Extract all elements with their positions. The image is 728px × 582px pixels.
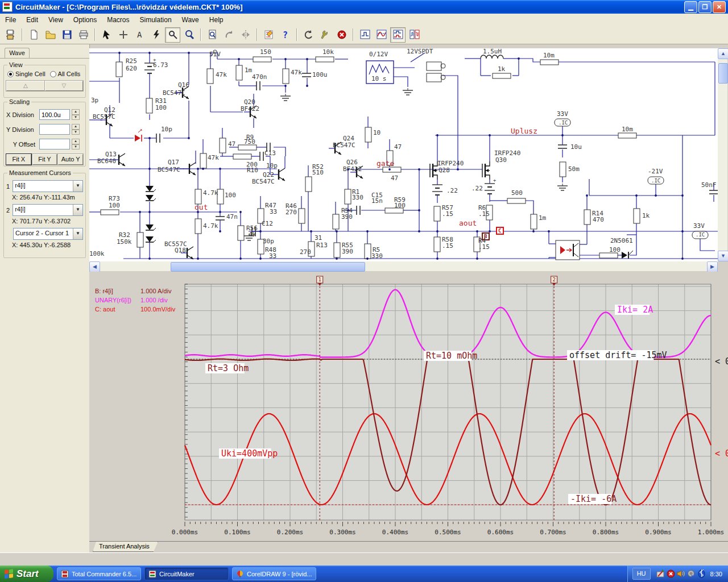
svg-text:-Iki= -6A: -Iki= -6A (570, 494, 617, 504)
horizontal-scroll-thumb[interactable] (171, 262, 365, 272)
bluetooth-icon[interactable] (697, 569, 706, 578)
scroll-left-icon[interactable]: ◀ (89, 261, 100, 272)
tools-icon[interactable] (317, 27, 333, 43)
tab-transient-analysis[interactable]: Transient Analysis (93, 542, 158, 552)
menu-edit[interactable]: Edit (21, 15, 43, 25)
schematic-canvas[interactable]: ++R256206.7351V15010k1m47k470n47k100u0/1… (89, 48, 718, 261)
svg-text:Q28: Q28 (439, 167, 450, 174)
svg-text:100k: 100k (89, 250, 105, 257)
print-icon[interactable] (76, 27, 91, 43)
auto-y-button[interactable]: Auto Y (58, 154, 83, 165)
svg-text:100u: 100u (312, 71, 328, 78)
cursor1-signal-select[interactable]: r4[i]▼ (13, 180, 83, 192)
vertical-scroll-thumb[interactable] (718, 63, 728, 84)
menu-simulation[interactable]: Simulation (135, 15, 177, 25)
reset-icon[interactable] (301, 27, 316, 43)
rotate-icon[interactable] (221, 27, 237, 43)
zoom-tool-icon[interactable] (181, 27, 197, 43)
audio-device-icon[interactable] (687, 569, 696, 578)
svg-text:.15: .15 (478, 210, 490, 218)
svg-text:500: 500 (511, 189, 523, 197)
window-title: CircuitMaker - [C:\Program Files\...\röv… (15, 3, 243, 11)
delete-tool-icon[interactable] (148, 27, 164, 43)
cursor2-readout: X: 701.77u Y:-6.3702 (12, 218, 85, 225)
menu-view[interactable]: View (43, 15, 68, 25)
svg-text:150k: 150k (117, 238, 132, 246)
svg-text:Q17: Q17 (168, 159, 179, 166)
svg-text:R13: R13 (316, 242, 328, 249)
scroll-up-icon[interactable]: ▲ (718, 48, 728, 59)
svg-text:Uplusz: Uplusz (511, 127, 537, 135)
waveform-plot[interactable]: 0.000ms0.100ms0.200ms0.300ms0.400ms0.500… (89, 272, 728, 541)
y-offset-stepper[interactable]: ▲▼ (72, 139, 80, 149)
menu-help[interactable]: Help (204, 15, 229, 25)
svg-text:47: 47 (391, 174, 398, 182)
menu-file[interactable]: File (0, 15, 21, 25)
scroll-right-icon[interactable]: ▶ (707, 261, 718, 272)
save-icon[interactable] (59, 27, 75, 43)
fit-y-button[interactable]: Fit Y (32, 154, 57, 165)
text-tool-icon[interactable]: A (132, 27, 147, 43)
svg-text:< 0: < 0 (715, 356, 728, 367)
new-file-icon[interactable] (26, 27, 42, 43)
select-arrow-icon[interactable] (99, 27, 114, 43)
minimize-button[interactable]: ▁ (684, 1, 697, 13)
waveforms-window-icon[interactable] (374, 27, 389, 43)
taskbar: Start Total Commander 6.5... CircuitMake… (0, 566, 728, 582)
taskbar-item-total-commander[interactable]: Total Commander 6.5... (57, 567, 141, 580)
svg-text:50nF: 50nF (701, 181, 717, 189)
scroll-down-icon[interactable]: ▼ (718, 251, 728, 261)
start-button[interactable]: Start (0, 566, 53, 582)
taskbar-item-circuitmaker[interactable]: CircuitMaker (144, 567, 229, 580)
volume-icon[interactable] (677, 569, 685, 578)
cursor-diff-select[interactable]: Cursor 2 - Cursor 1▼ (13, 228, 83, 240)
title-bar: CircuitMaker - [C:\Program Files\...\röv… (0, 0, 728, 14)
svg-text:C12: C12 (262, 220, 273, 227)
svg-text:out: out (195, 203, 208, 211)
svg-text:50m: 50m (568, 165, 580, 173)
digital-waveforms-icon[interactable] (407, 27, 422, 43)
open-file-icon[interactable] (43, 27, 58, 43)
probe-tool-icon[interactable] (165, 27, 180, 43)
parts-browser-icon[interactable] (3, 27, 18, 43)
svg-text:aout: aout (459, 219, 477, 227)
menu-options[interactable]: Options (68, 15, 102, 25)
search-page-icon[interactable] (205, 27, 220, 43)
x-division-input[interactable] (39, 109, 70, 120)
cursor2-signal-select[interactable]: r4[i]▼ (13, 204, 83, 216)
y-division-input[interactable] (39, 124, 70, 135)
wire-tool-icon[interactable] (115, 27, 131, 43)
language-indicator[interactable]: HU (632, 568, 651, 580)
menu-wave[interactable]: Wave (177, 15, 204, 25)
y-offset-input[interactable] (39, 139, 70, 149)
y-division-stepper[interactable]: ▲▼ (72, 124, 80, 135)
cell-down-button[interactable]: ▽ (45, 81, 84, 91)
menu-macros[interactable]: Macros (102, 15, 134, 25)
schematic-horizontal-scrollbar[interactable]: ◀ ▶ (89, 261, 718, 271)
radio-all-cells[interactable]: All Cells (50, 70, 81, 77)
svg-text:10 s: 10 s (371, 75, 387, 82)
close-button[interactable]: ✕ (713, 1, 726, 13)
fit-x-button[interactable]: Fit X (6, 154, 31, 165)
stop-icon[interactable] (334, 27, 349, 43)
svg-text:C13: C13 (264, 149, 276, 157)
restore-button[interactable]: ❐ (698, 1, 712, 13)
taskbar-item-coreldraw[interactable]: CorelDRAW 9 - [rövid... (232, 567, 316, 580)
digital-options-icon[interactable] (261, 27, 276, 43)
svg-text:R10: R10 (247, 167, 258, 174)
svg-text:Rt=3 Ohm: Rt=3 Ohm (208, 363, 249, 373)
pen-tablet-icon[interactable] (656, 569, 665, 578)
scope-probe-window-icon[interactable] (357, 27, 373, 43)
tab-wave[interactable]: Wave (5, 48, 30, 59)
svg-text:Uki=400mVpp: Uki=400mVpp (221, 448, 278, 459)
mirror-icon[interactable] (238, 27, 253, 43)
cell-up-button[interactable]: △ (6, 81, 45, 91)
antivirus-shield-icon[interactable] (667, 569, 675, 578)
svg-text:1.000ms: 1.000ms (698, 529, 724, 536)
svg-text:0.100ms: 0.100ms (224, 529, 250, 536)
x-division-stepper[interactable]: ▲▼ (72, 109, 80, 120)
schematic-vertical-scrollbar[interactable]: ▲ ▼ (718, 48, 727, 261)
radio-single-cell[interactable]: Single Cell (7, 70, 46, 77)
split-waveforms-icon[interactable] (390, 27, 406, 43)
help-icon[interactable]: ? (278, 27, 293, 43)
